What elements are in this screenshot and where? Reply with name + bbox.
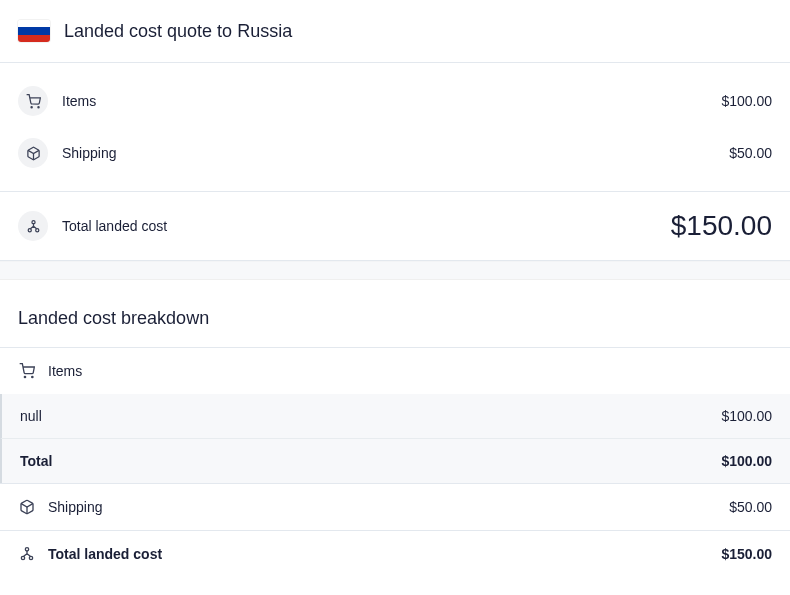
svg-point-5 xyxy=(35,228,38,231)
svg-point-4 xyxy=(28,228,31,231)
total-value: $150.00 xyxy=(671,210,772,242)
package-icon xyxy=(18,138,48,168)
total-label: Total landed cost xyxy=(62,218,657,234)
summary-items-row: Items $100.00 xyxy=(0,75,790,127)
hierarchy-icon xyxy=(18,545,36,563)
breakdown-title: Landed cost breakdown xyxy=(18,308,772,329)
summary-shipping-label: Shipping xyxy=(62,145,715,161)
summary-section: Items $100.00 Shipping $50.00 xyxy=(0,63,790,191)
svg-point-7 xyxy=(32,376,33,377)
breakdown-shipping-label: Shipping xyxy=(48,499,717,515)
summary-shipping-value: $50.00 xyxy=(729,145,772,161)
breakdown-item-line: null $100.00 xyxy=(0,394,790,438)
hierarchy-icon xyxy=(18,211,48,241)
svg-point-6 xyxy=(24,376,25,377)
breakdown-item-line-label: null xyxy=(20,408,709,424)
breakdown-items-header: Items xyxy=(0,347,790,394)
breakdown-total-value: $150.00 xyxy=(721,546,772,562)
total-section: Total landed cost $150.00 xyxy=(0,192,790,260)
svg-point-10 xyxy=(21,556,24,559)
breakdown-item-line-value: $100.00 xyxy=(721,408,772,424)
summary-items-value: $100.00 xyxy=(721,93,772,109)
package-icon xyxy=(18,498,36,516)
section-gap xyxy=(0,260,790,280)
cart-icon xyxy=(18,362,36,380)
breakdown-items-label: Items xyxy=(48,363,772,379)
flag-russia xyxy=(18,20,50,42)
cart-icon xyxy=(18,86,48,116)
page-header: Landed cost quote to Russia xyxy=(0,0,790,62)
breakdown-shipping-row: Shipping $50.00 xyxy=(0,483,790,530)
svg-point-0 xyxy=(31,106,32,107)
svg-point-11 xyxy=(29,556,32,559)
breakdown-items-total-label: Total xyxy=(20,453,709,469)
breakdown-items-total: Total $100.00 xyxy=(0,438,790,483)
svg-point-1 xyxy=(37,106,38,107)
summary-shipping-row: Shipping $50.00 xyxy=(0,127,790,179)
svg-point-9 xyxy=(25,548,28,551)
breakdown-shipping-value: $50.00 xyxy=(729,499,772,515)
svg-point-3 xyxy=(31,220,34,223)
breakdown-header: Landed cost breakdown xyxy=(0,280,790,347)
breakdown-total-label: Total landed cost xyxy=(48,546,709,562)
page-title: Landed cost quote to Russia xyxy=(64,21,292,42)
breakdown-items-total-value: $100.00 xyxy=(721,453,772,469)
summary-items-label: Items xyxy=(62,93,707,109)
breakdown-total-row: Total landed cost $150.00 xyxy=(0,530,790,577)
